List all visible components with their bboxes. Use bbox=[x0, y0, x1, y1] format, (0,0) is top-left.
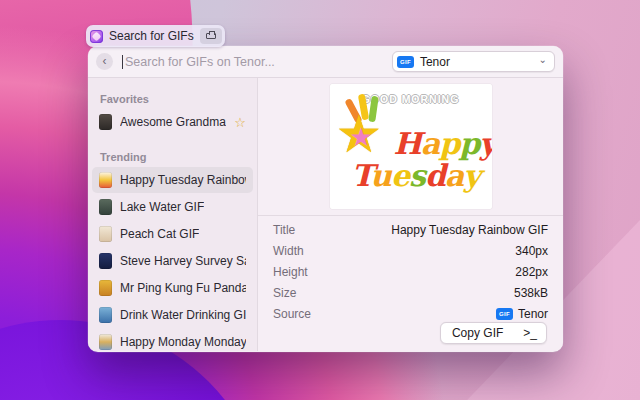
desktop-wallpaper: Search for GIFs ‹ GIF Tenor ⌄ FavoritesA… bbox=[0, 0, 640, 400]
back-button[interactable]: ‹ bbox=[96, 53, 113, 70]
sidebar-item-label: Lake Water GIF bbox=[120, 200, 204, 214]
sidebar-item-label: Steve Harvey Survey Says GIF bbox=[120, 254, 246, 268]
sidebar-item[interactable]: Drink Water Drinking GIF bbox=[92, 302, 253, 328]
sidebar-item-label: Happy Tuesday Rainbow GIF bbox=[120, 173, 246, 187]
preview-word-tuesday: Tuesday bbox=[352, 158, 480, 193]
terminal-prompt-icon: >_ bbox=[523, 326, 537, 340]
search-input[interactable] bbox=[123, 55, 392, 69]
sidebar-item[interactable]: Happy Monday Mondays GIF bbox=[92, 329, 253, 351]
detail-label: Size bbox=[273, 286, 296, 300]
shortcut-runner-pill: Search for GIFs bbox=[86, 25, 225, 47]
sidebar-item-label: Drink Water Drinking GIF bbox=[120, 308, 246, 322]
provider-dropdown[interactable]: GIF Tenor ⌄ bbox=[392, 51, 555, 72]
gif-preview: GOOD MORNING ★ ★ Happy Tuesday bbox=[330, 84, 492, 209]
detail-row: SourceGIFTenor bbox=[258, 303, 563, 324]
sidebar-item[interactable]: Peach Cat GIF bbox=[92, 221, 253, 247]
detail-value-text: 538kB bbox=[514, 286, 548, 300]
star-icon: ★ bbox=[350, 124, 373, 150]
gif-search-window: ‹ GIF Tenor ⌄ FavoritesAwesome Grandma G… bbox=[88, 46, 563, 352]
detail-value-text: 282px bbox=[515, 265, 548, 279]
detail-label: Width bbox=[273, 244, 304, 258]
action-button-group: Copy GIF >_ bbox=[440, 322, 547, 344]
detail-label: Source bbox=[273, 307, 311, 321]
preview-word-happy: Happy bbox=[394, 126, 492, 161]
detail-row: Height282px bbox=[258, 261, 563, 282]
sidebar-item[interactable]: Mr Ping Kung Fu Panda GIF bbox=[92, 275, 253, 301]
printer-icon bbox=[206, 33, 216, 39]
detail-value: GIFTenor bbox=[496, 307, 548, 321]
detail-value-text: Happy Tuesday Rainbow GIF bbox=[391, 223, 548, 237]
favorite-star-icon[interactable]: ☆ bbox=[234, 116, 246, 129]
detail-row: TitleHappy Tuesday Rainbow GIF bbox=[258, 219, 563, 240]
detail-value-text: 340px bbox=[515, 244, 548, 258]
gif-thumbnail-icon bbox=[99, 253, 112, 269]
gif-thumbnail-icon bbox=[99, 280, 112, 296]
sidebar-section-title: Favorites bbox=[88, 85, 257, 105]
detail-value: Happy Tuesday Rainbow GIF bbox=[391, 223, 548, 237]
provider-name: Tenor bbox=[420, 55, 533, 69]
gif-thumbnail-icon bbox=[99, 114, 112, 130]
sidebar-item[interactable]: Awesome Grandma GIF☆ bbox=[92, 109, 253, 135]
sidebar-item-label: Mr Ping Kung Fu Panda GIF bbox=[120, 281, 246, 295]
gif-badge-icon: GIF bbox=[496, 308, 513, 320]
chevron-down-icon: ⌄ bbox=[539, 55, 547, 65]
detail-value: 282px bbox=[515, 265, 548, 279]
detail-value: 538kB bbox=[514, 286, 548, 300]
sidebar-item[interactable]: Steve Harvey Survey Says GIF bbox=[92, 248, 253, 274]
gif-thumbnail-icon bbox=[99, 172, 112, 188]
detail-value: 340px bbox=[515, 244, 548, 258]
chevron-left-icon: ‹ bbox=[103, 54, 107, 69]
gif-thumbnail-icon bbox=[99, 334, 112, 350]
detail-label: Height bbox=[273, 265, 308, 279]
detail-label: Title bbox=[273, 223, 295, 237]
sidebar: FavoritesAwesome Grandma GIF☆TrendingHap… bbox=[88, 78, 258, 351]
sidebar-item-label: Peach Cat GIF bbox=[120, 227, 199, 241]
sidebar-item[interactable]: Lake Water GIF bbox=[92, 194, 253, 220]
search-bar: ‹ GIF Tenor ⌄ bbox=[88, 46, 563, 78]
copy-gif-button[interactable]: Copy GIF bbox=[441, 323, 514, 343]
gif-details: TitleHappy Tuesday Rainbow GIFWidth340px… bbox=[258, 215, 563, 324]
gif-thumbnail-icon bbox=[99, 199, 112, 215]
printer-button[interactable] bbox=[200, 28, 222, 44]
shortcut-title: Search for GIFs bbox=[109, 29, 194, 43]
detail-value-text: Tenor bbox=[518, 307, 548, 321]
sidebar-item[interactable]: Happy Tuesday Rainbow GIF bbox=[92, 167, 253, 193]
preview-area: GOOD MORNING ★ ★ Happy Tuesday bbox=[258, 78, 563, 215]
detail-row: Width340px bbox=[258, 240, 563, 261]
sidebar-item-label: Happy Monday Mondays GIF bbox=[120, 335, 246, 349]
sidebar-item-label: Awesome Grandma GIF bbox=[120, 115, 226, 129]
shell-button[interactable]: >_ bbox=[514, 323, 546, 343]
gif-thumbnail-icon bbox=[99, 307, 112, 323]
detail-row: Size538kB bbox=[258, 282, 563, 303]
gif-badge-icon: GIF bbox=[397, 56, 414, 68]
sidebar-section-title: Trending bbox=[88, 143, 257, 163]
detail-panel: GOOD MORNING ★ ★ Happy Tuesday TitleHapp… bbox=[258, 78, 563, 351]
shortcuts-app-icon bbox=[90, 30, 103, 43]
footer-actions: Copy GIF >_ bbox=[440, 322, 547, 344]
gif-thumbnail-icon bbox=[99, 226, 112, 242]
